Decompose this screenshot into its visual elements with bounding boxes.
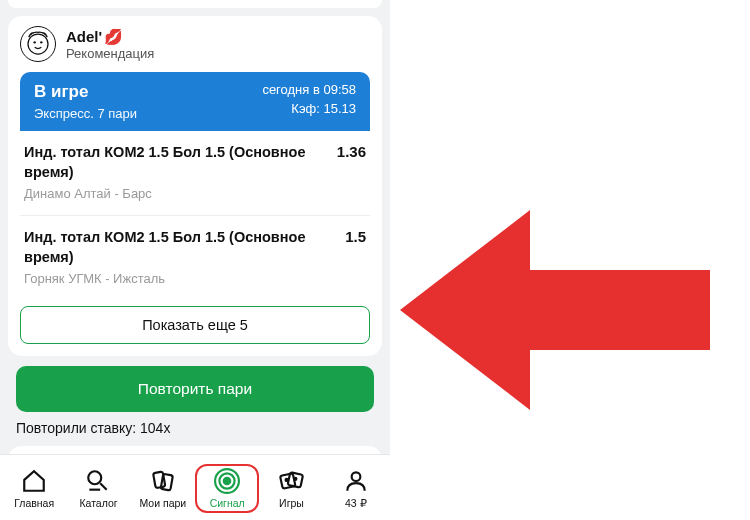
svg-marker-19 [400, 210, 710, 410]
bet-odds: 1.36 [337, 143, 366, 201]
nav-signal[interactable]: Сигнал [195, 464, 259, 513]
user-name[interactable]: Adel' 💋 [66, 28, 154, 46]
nav-home[interactable]: Главная [2, 464, 66, 513]
bet-row[interactable]: Инд. тотал КОМ2 1.5 Бол 1.5 (Основное вр… [20, 216, 370, 300]
bet-type: Экспресс. 7 пари [34, 106, 137, 121]
previous-card-peek [8, 0, 382, 8]
show-more-button[interactable]: Показать еще 5 [20, 306, 370, 344]
bet-match: Динамо Алтай - Барс [24, 186, 325, 201]
svg-point-2 [40, 41, 42, 43]
svg-point-16 [286, 479, 288, 481]
avatar-face-icon [23, 29, 53, 59]
nav-label: Каталог [79, 497, 117, 509]
dice-icon [278, 468, 304, 494]
svg-rect-10 [160, 474, 172, 491]
svg-point-0 [28, 34, 48, 54]
nav-label: Игры [279, 497, 304, 509]
recommendation-card: Adel' 💋 Рекомендация В игре Экспресс. 7 … [8, 16, 382, 356]
banner-left: В игре Экспресс. 7 пари [34, 82, 137, 121]
next-card-peek: Den_123 [8, 446, 382, 454]
card-header: Adel' 💋 Рекомендация [20, 26, 370, 62]
svg-point-18 [351, 472, 360, 481]
nav-label: 43 ₽ [345, 497, 367, 509]
svg-point-17 [295, 478, 297, 480]
user-name-text: Adel' [66, 28, 102, 45]
bottom-nav: Главная Каталог Мои пари Сигнал Игры [0, 454, 390, 520]
nav-my-bets[interactable]: Мои пари [131, 464, 195, 513]
banner-right: сегодня в 09:58 Кэф: 15.13 [262, 82, 356, 121]
bet-match: Горняк УГМК - Ижсталь [24, 271, 333, 286]
repeat-bet-button[interactable]: Повторить пари [16, 366, 374, 412]
avatar[interactable] [20, 26, 56, 62]
person-icon [343, 468, 369, 494]
nav-catalog[interactable]: Каталог [66, 464, 130, 513]
scroll-area: Adel' 💋 Рекомендация В игре Экспресс. 7 … [0, 0, 390, 454]
app-screen: Adel' 💋 Рекомендация В игре Экспресс. 7 … [0, 0, 390, 520]
red-arrow-annotation-icon [400, 180, 730, 440]
catalog-icon [85, 468, 111, 494]
svg-point-11 [224, 478, 231, 485]
nav-label: Мои пари [139, 497, 186, 509]
signal-icon [214, 468, 240, 494]
bet-odds: 1.5 [345, 228, 366, 286]
bet-row[interactable]: Инд. тотал КОМ2 1.5 Бол 1.5 (Основное вр… [20, 131, 370, 216]
tickets-icon [150, 468, 176, 494]
bet-text: Инд. тотал КОМ2 1.5 Бол 1.5 (Основное вр… [24, 228, 333, 286]
bet-status-banner: В игре Экспресс. 7 пари сегодня в 09:58 … [20, 72, 370, 131]
kiss-emoji-icon: 💋 [104, 28, 123, 46]
repeat-count-label: Повторили ставку: 104х [8, 418, 382, 446]
bet-title: Инд. тотал КОМ2 1.5 Бол 1.5 (Основное вр… [24, 228, 333, 267]
bet-status: В игре [34, 82, 137, 102]
bet-list: Инд. тотал КОМ2 1.5 Бол 1.5 (Основное вр… [20, 131, 370, 300]
svg-point-6 [89, 471, 102, 484]
bet-coef: Кэф: 15.13 [262, 101, 356, 116]
user-block: Adel' 💋 Рекомендация [66, 28, 154, 61]
svg-line-7 [101, 483, 108, 490]
nav-games[interactable]: Игры [259, 464, 323, 513]
svg-point-1 [34, 41, 36, 43]
bet-text: Инд. тотал КОМ2 1.5 Бол 1.5 (Основное вр… [24, 143, 325, 201]
bet-time: сегодня в 09:58 [262, 82, 356, 97]
bet-title: Инд. тотал КОМ2 1.5 Бол 1.5 (Основное вр… [24, 143, 325, 182]
nav-label: Главная [14, 497, 54, 509]
nav-label: Сигнал [210, 497, 245, 509]
home-icon [21, 468, 47, 494]
nav-balance[interactable]: 43 ₽ [324, 464, 388, 513]
user-subtitle: Рекомендация [66, 46, 154, 61]
